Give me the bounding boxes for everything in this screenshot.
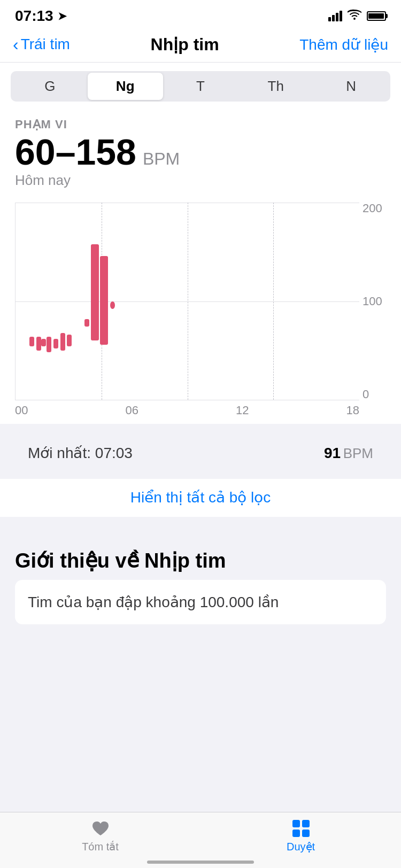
tab-T[interactable]: T [163,73,238,100]
intro-card: Tim của bạn đập khoảng 100.000 lần [15,580,386,624]
bar-1 [29,337,34,346]
x-label-18: 18 [346,404,359,417]
bar-11 [110,301,115,309]
grid-dot-2 [302,820,310,827]
tab-bar-browse-label: Duyệt [287,840,315,853]
bar-5 [53,339,58,348]
x-label-00: 00 [15,404,28,417]
tab-G[interactable]: G [12,73,88,100]
tab-Ng[interactable]: Ng [88,73,163,100]
period-tabs: G Ng T Th N [11,71,390,102]
add-data-button[interactable]: Thêm dữ liệu [299,36,388,53]
filter-link[interactable]: Hiển thị tất cả bộ lọc [130,489,271,506]
tab-bar: Tóm tắt Duyệt [0,812,401,868]
intro-card-text: Tim của bạn đập khoảng 100.000 lần [28,594,279,610]
y-axis: 200 100 0 [359,203,386,400]
location-icon: ➤ [58,10,67,22]
wifi-icon [348,9,361,23]
bar-3 [41,339,46,347]
chart-area [15,203,359,400]
x-label-06: 06 [126,404,138,417]
latest-unit: BPM [343,445,373,461]
status-time: 07:13 ➤ [15,7,67,25]
filter-link-container[interactable]: Hiển thị tất cả bộ lọc [0,479,401,517]
latest-reading-card: Mới nhất: 07:03 91 BPM [13,432,388,474]
status-icons [328,9,386,23]
range-number: 60–158 [15,134,136,170]
signal-icon [328,11,342,21]
chart-wrap: 200 100 0 [15,203,386,400]
battery-icon [367,11,386,21]
intro-section: Giới thiệu về Nhịp tim Tim của bạn đập k… [0,536,401,631]
browse-icon [292,820,310,837]
bar-2 [36,337,41,351]
range-label: PHẠM VI [15,118,386,131]
bar-7 [67,335,72,346]
chevron-left-icon: ‹ [13,36,19,53]
tab-bar-browse[interactable]: Duyệt [200,820,401,853]
page-title: Nhịp tim [151,34,219,55]
tab-selector: G Ng T Th N [0,63,401,107]
latest-value: 91 BPM [324,445,373,462]
tab-bar-summary-label: Tóm tắt [82,840,119,853]
status-bar: 07:13 ➤ [0,0,401,29]
back-label: Trái tim [21,36,70,53]
bar-4 [47,337,51,353]
y-label-100: 100 [363,296,382,307]
heart-rate-chart: 200 100 0 00 06 12 18 [0,203,401,424]
y-label-200: 200 [363,203,382,214]
back-button[interactable]: ‹ Trái tim [13,36,70,53]
tab-N[interactable]: N [313,73,389,100]
range-date: Hôm nay [15,172,386,189]
v-grid-18 [273,203,274,400]
bar-10 [100,256,108,345]
section-separator [0,517,401,536]
home-indicator [147,861,254,864]
latest-bpm: 91 [324,445,341,461]
x-label-12: 12 [236,404,249,417]
bottom-space [0,631,401,695]
range-unit: BPM [143,149,180,169]
bar-8 [84,319,89,327]
v-grid-12 [188,203,188,400]
x-axis: 00 06 12 18 [15,400,386,424]
heart-icon [91,820,110,837]
intro-title: Giới thiệu về Nhịp tim [15,549,386,572]
latest-label: Mới nhất: 07:03 [28,444,133,462]
tab-bar-summary[interactable]: Tóm tắt [0,820,200,853]
range-section: PHẠM VI 60–158 BPM Hôm nay [0,107,401,203]
nav-bar: ‹ Trái tim Nhịp tim Thêm dữ liệu [0,29,401,63]
time-display: 07:13 [15,7,53,25]
bar-6 [60,333,65,351]
bar-9 [91,244,99,341]
y-label-0: 0 [363,389,369,400]
tab-Th[interactable]: Th [238,73,313,100]
grid-dot-3 [292,830,300,837]
range-value: 60–158 BPM [15,134,386,170]
grid-dot-1 [292,820,300,827]
grid-dot-4 [302,830,310,837]
